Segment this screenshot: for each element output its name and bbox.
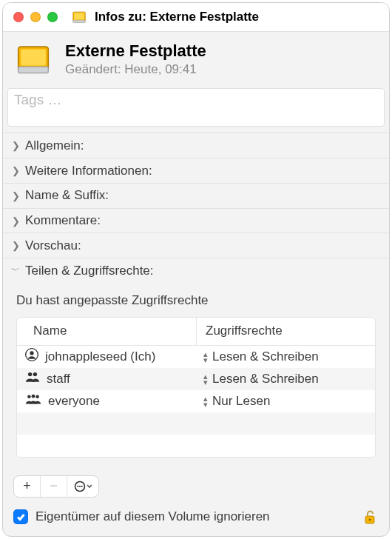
section-label: Allgemein: [25, 138, 84, 153]
privilege-value[interactable]: Nur Lesen [212, 394, 270, 409]
stepper-icon[interactable]: ▴▾ [203, 395, 208, 407]
svg-point-11 [32, 395, 36, 398]
table-header: Name Zugriffsrechte [17, 318, 375, 346]
person-icon [24, 347, 39, 366]
ignore-ownership-checkbox[interactable] [13, 509, 28, 524]
section-comments[interactable]: ❯ Kommentare: [3, 208, 389, 233]
section-name-suffix[interactable]: ❯ Name & Suffix: [3, 183, 389, 208]
window-controls [13, 12, 58, 22]
section-more-info[interactable]: ❯ Weitere Informationen: [3, 158, 389, 183]
svg-point-8 [28, 372, 32, 376]
item-name: Externe Festplatte [65, 41, 206, 61]
chevron-down-icon: ﹀ [10, 264, 21, 277]
minimize-button[interactable] [30, 12, 41, 22]
section-label: Name & Suffix: [25, 188, 109, 203]
stepper-icon[interactable]: ▴▾ [203, 351, 208, 363]
stepper-icon[interactable]: ▴▾ [203, 373, 208, 385]
svg-point-15 [79, 486, 81, 487]
section-label: Weitere Informationen: [25, 164, 152, 178]
info-window: Infos zu: Externe Festplatte Externe Fes… [2, 2, 390, 537]
custom-access-note: Du hast angepasste Zugriffsrechte [16, 293, 376, 308]
user-name: everyone [48, 394, 100, 409]
table-row[interactable]: johnappleseed (Ich) ▴▾ Lesen & Schreiben [17, 346, 375, 368]
footer: Eigentümer auf diesem Volume ignorieren [3, 498, 389, 536]
remove-button[interactable]: − [41, 476, 67, 497]
section-general[interactable]: ❯ Allgemein: [3, 133, 389, 158]
chevron-right-icon: ❯ [10, 215, 21, 227]
svg-rect-5 [21, 50, 46, 66]
add-button[interactable]: + [14, 476, 41, 497]
section-label: Kommentare: [25, 213, 101, 228]
permissions-panel: Du hast angepasste Zugriffsrechte Name Z… [3, 283, 389, 468]
permissions-table: Name Zugriffsrechte johnappleseed (Ich) … [16, 317, 376, 458]
svg-point-9 [33, 372, 37, 376]
svg-point-14 [77, 486, 78, 487]
svg-point-12 [36, 395, 38, 398]
svg-rect-1 [73, 20, 86, 22]
section-sharing-permissions[interactable]: ﹀ Teilen & Zugriffsrechte: [3, 258, 389, 283]
group-icon [24, 369, 41, 388]
drive-icon [13, 39, 53, 79]
lock-icon[interactable] [361, 508, 379, 526]
header: Externe Festplatte Geändert: Heute, 09:4… [3, 32, 389, 88]
svg-rect-4 [18, 67, 49, 73]
close-button[interactable] [13, 12, 24, 22]
add-remove-action-group: + − [13, 475, 99, 498]
svg-point-18 [369, 519, 371, 521]
column-privilege[interactable]: Zugriffsrechte [196, 318, 375, 346]
titlebar: Infos zu: Externe Festplatte [3, 3, 389, 32]
svg-point-7 [30, 352, 33, 355]
tags-input[interactable] [14, 92, 378, 108]
action-menu-button[interactable] [67, 476, 98, 497]
tags-field[interactable] [7, 88, 385, 127]
user-name: johnappleseed (Ich) [45, 349, 155, 364]
group-icon [24, 392, 42, 410]
column-name[interactable]: Name [17, 318, 196, 346]
chevron-right-icon: ❯ [10, 140, 21, 151]
table-row-empty [17, 435, 375, 457]
privilege-value[interactable]: Lesen & Schreiben [212, 372, 319, 386]
section-preview[interactable]: ❯ Vorschau: [3, 232, 389, 258]
svg-rect-2 [74, 13, 84, 20]
section-label: Vorschau: [25, 238, 81, 253]
privilege-value[interactable]: Lesen & Schreiben [212, 349, 319, 364]
table-row[interactable]: everyone ▴▾ Nur Lesen [17, 390, 375, 412]
svg-point-16 [81, 486, 83, 487]
svg-point-10 [27, 395, 30, 398]
window-title: Infos zu: Externe Festplatte [95, 10, 259, 24]
ignore-ownership-label: Eigentümer auf diesem Volume ignorieren [36, 509, 270, 524]
table-row[interactable]: staff ▴▾ Lesen & Schreiben [17, 368, 375, 390]
chevron-right-icon: ❯ [10, 165, 21, 176]
permissions-toolbar: + − [3, 468, 389, 498]
table-row-empty [17, 412, 375, 435]
section-label: Teilen & Zugriffsrechte: [25, 264, 154, 278]
drive-icon [71, 9, 87, 25]
user-name: staff [47, 372, 70, 386]
chevron-right-icon: ❯ [10, 190, 21, 201]
chevron-right-icon: ❯ [10, 240, 21, 251]
modified-label: Geändert: Heute, 09:41 [65, 62, 206, 77]
zoom-button[interactable] [47, 12, 58, 22]
